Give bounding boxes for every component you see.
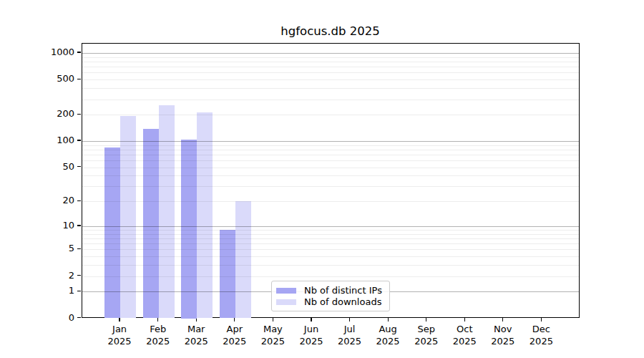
- plot-area: [82, 43, 580, 318]
- y-tick-label: 100: [0, 134, 74, 147]
- y-gridline-major: [82, 226, 580, 227]
- legend-swatch-distinct-ips: [276, 288, 296, 294]
- bar-downloads: [197, 112, 213, 319]
- legend: Nb of distinct IPs Nb of downloads: [271, 281, 390, 311]
- y-gridline-minor: [82, 155, 580, 155]
- y-gridline-minor: [82, 168, 580, 168]
- x-tick-label: May 2025: [253, 324, 293, 347]
- y-tick: [77, 52, 81, 52]
- y-gridline-minor: [82, 230, 580, 231]
- x-tick-label: Oct 2025: [444, 324, 484, 347]
- y-tick: [77, 291, 81, 291]
- y-gridline-minor: [82, 100, 580, 100]
- y-tick: [77, 79, 81, 79]
- y-tick: [77, 248, 81, 249]
- y-gridline-minor: [82, 57, 580, 58]
- bar-downloads: [159, 105, 175, 319]
- x-tick-label: Jul 2025: [330, 324, 370, 347]
- y-gridline-minor: [82, 79, 580, 80]
- legend-swatch-downloads: [276, 299, 296, 306]
- y-gridline-minor: [82, 238, 580, 239]
- y-tick-label: 0: [0, 311, 74, 324]
- x-tick: [426, 318, 426, 321]
- y-gridline-minor: [82, 243, 580, 244]
- y-gridline-minor: [82, 276, 580, 277]
- y-tick: [77, 140, 81, 140]
- y-gridline-minor: [82, 145, 580, 146]
- x-tick-label: Sep 2025: [406, 324, 447, 347]
- y-tick: [77, 114, 81, 115]
- y-tick-label: 20: [0, 194, 74, 207]
- y-tick: [77, 317, 81, 318]
- bar-distinct-ips: [104, 147, 120, 319]
- x-tick-label: Feb 2025: [138, 324, 178, 347]
- legend-item-distinct-ips: Nb of distinct IPs: [276, 285, 384, 296]
- y-gridline-minor: [82, 160, 580, 161]
- x-tick-label: Aug 2025: [368, 324, 408, 347]
- y-gridline-minor: [82, 67, 580, 67]
- y-gridline-minor: [82, 88, 580, 89]
- x-tick: [388, 318, 389, 321]
- x-tick-label: Apr 2025: [215, 324, 255, 347]
- y-gridline-minor: [82, 234, 580, 235]
- y-gridline-minor: [82, 175, 580, 176]
- y-tick-label: 2: [0, 269, 74, 282]
- x-tick: [541, 318, 542, 321]
- chart-figure: hgfocus.db 2025 Nb of distinct IPs Nb of…: [0, 0, 644, 358]
- y-tick-label: 5: [0, 242, 74, 255]
- y-gridline-minor: [82, 62, 580, 62]
- x-tick: [464, 318, 465, 321]
- y-gridline-minor: [82, 265, 580, 266]
- y-tick: [77, 275, 81, 276]
- legend-label-distinct-ips: Nb of distinct IPs: [304, 285, 382, 296]
- y-gridline-minor: [82, 115, 580, 115]
- y-tick-label: 10: [0, 219, 74, 232]
- y-gridline-major: [82, 53, 580, 54]
- x-tick-label: Dec 2025: [521, 324, 561, 347]
- bar-downloads: [120, 116, 136, 318]
- y-tick-label: 1000: [0, 46, 74, 59]
- x-tick: [502, 318, 503, 321]
- y-tick-label: 1: [0, 284, 74, 297]
- y-tick: [77, 225, 81, 226]
- legend-label-downloads: Nb of downloads: [304, 296, 381, 308]
- y-tick-label: 200: [0, 107, 74, 120]
- x-tick: [311, 318, 311, 321]
- legend-item-downloads: Nb of downloads: [276, 296, 384, 308]
- y-gridline-minor: [82, 150, 580, 150]
- y-tick-label: 500: [0, 72, 74, 85]
- x-tick-label: Nov 2025: [483, 324, 523, 347]
- x-tick-label: Mar 2025: [176, 324, 216, 347]
- bar-distinct-ips: [143, 129, 159, 318]
- x-tick-label: Jan 2025: [99, 324, 140, 347]
- y-tick: [77, 200, 81, 201]
- y-tick: [77, 166, 81, 167]
- y-gridline-minor: [82, 256, 580, 257]
- y-tick-label: 50: [0, 160, 74, 173]
- x-tick: [349, 318, 350, 321]
- y-gridline-minor: [82, 249, 580, 250]
- y-gridline-major: [82, 141, 580, 142]
- y-gridline-minor: [82, 201, 580, 202]
- y-gridline-minor: [82, 186, 580, 187]
- x-tick-label: Jun 2025: [291, 324, 331, 347]
- y-gridline-minor: [82, 72, 580, 73]
- bar-downloads: [235, 201, 251, 318]
- x-tick: [273, 318, 273, 321]
- chart-title: hgfocus.db 2025: [81, 24, 580, 39]
